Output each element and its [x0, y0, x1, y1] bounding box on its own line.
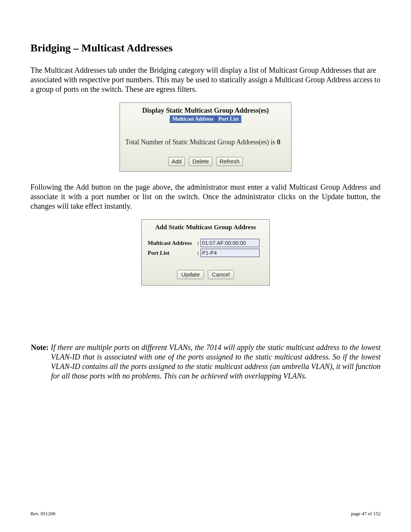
- colon: :: [196, 238, 200, 248]
- colon: :: [196, 248, 200, 258]
- display-multicast-panel: Display Static Multicast Group Address(e…: [119, 102, 292, 172]
- col-port-list: Port List: [216, 116, 241, 123]
- add-form-table: Multicast Address : Port List :: [147, 238, 264, 258]
- note-label: Note:: [31, 343, 51, 351]
- page-footer: Rev. 051208 page 47 of 152: [30, 511, 381, 517]
- refresh-button[interactable]: Refresh: [216, 157, 243, 166]
- total-count-value: 0: [277, 138, 280, 146]
- display-panel-title: Display Static Multicast Group Address(e…: [124, 107, 287, 115]
- total-prefix: Total Number of Static Multicast Group A…: [125, 138, 277, 146]
- multicast-address-input[interactable]: [201, 239, 260, 247]
- port-list-label: Port List: [147, 248, 196, 258]
- port-list-input[interactable]: [201, 249, 260, 257]
- add-panel-title: Add Static Multicast Group Address: [147, 224, 264, 231]
- footer-revision: Rev. 051208: [30, 511, 56, 517]
- col-multicast-address: Multicast Address: [170, 116, 216, 123]
- multicast-address-label: Multicast Address: [147, 238, 196, 248]
- total-count-line: Total Number of Static Multicast Group A…: [124, 138, 287, 146]
- page-title: Bridging – Multicast Addresses: [30, 42, 381, 54]
- add-multicast-panel: Add Static Multicast Group Address Multi…: [141, 219, 270, 286]
- table-header-row: Multicast Address Port List: [170, 115, 242, 123]
- update-button[interactable]: Update: [177, 270, 204, 279]
- add-panel-buttons: Update Cancel: [147, 270, 264, 279]
- delete-button[interactable]: Delete: [189, 157, 212, 166]
- note-paragraph: Note: If there are multiple ports on dif…: [38, 343, 381, 381]
- add-button[interactable]: Add: [168, 157, 185, 166]
- note-body: If there are multiple ports on different…: [51, 343, 381, 380]
- footer-page-number: page 47 of 152: [351, 511, 381, 517]
- display-panel-buttons: Add Delete Refresh: [124, 157, 287, 166]
- intro-paragraph: The Multicast Addresses tab under the Br…: [30, 66, 381, 94]
- cancel-button[interactable]: Cancel: [208, 270, 234, 279]
- add-instructions-paragraph: Following the Add button on the page abo…: [30, 182, 381, 211]
